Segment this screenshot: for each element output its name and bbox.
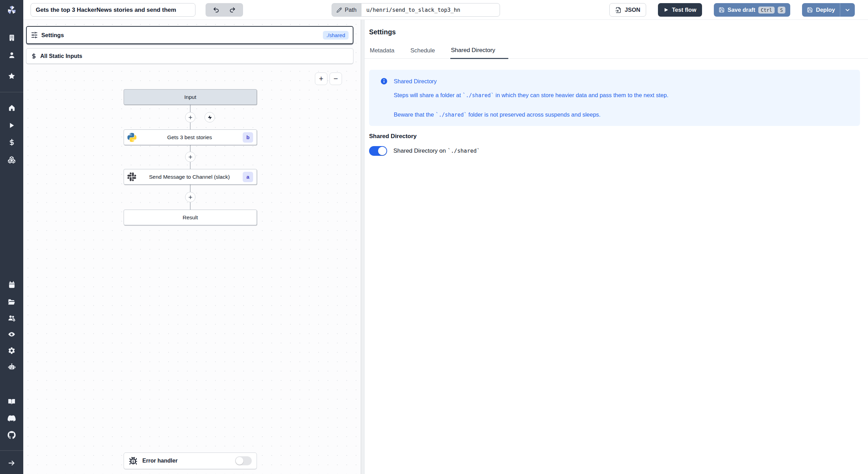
flow-settings-box[interactable]: Settings ./shared xyxy=(26,26,353,44)
save-draft-button[interactable]: Save draft Ctrl S xyxy=(714,3,790,17)
gear-icon[interactable] xyxy=(0,346,23,355)
deploy-label: Deploy xyxy=(816,7,835,13)
add-step-button[interactable] xyxy=(185,192,195,202)
save-draft-label: Save draft xyxy=(728,7,756,13)
deploy-dropdown-button[interactable] xyxy=(840,3,855,17)
tab-schedule[interactable]: Schedule xyxy=(410,47,436,58)
shared-directory-section-title: Shared Directory xyxy=(369,133,417,140)
file-json-icon xyxy=(615,7,621,13)
info-p2-code: `./shared` xyxy=(435,112,467,118)
sliders-icon xyxy=(31,32,38,39)
json-button-label: JSON xyxy=(625,7,640,13)
shared-directory-toggle[interactable] xyxy=(369,146,387,156)
toggle-label-text: Shared Directory on xyxy=(393,147,448,154)
sidebar-divider xyxy=(0,450,23,451)
kbd-s: S xyxy=(778,7,785,14)
shared-directory-toggle-label: Shared Directory on `./shared` xyxy=(393,147,480,154)
undo-icon[interactable] xyxy=(213,7,219,13)
save-icon xyxy=(807,7,813,13)
step-id-badge: b xyxy=(243,132,253,143)
path-input[interactable] xyxy=(361,3,500,17)
flow-node-input[interactable]: Input xyxy=(124,89,257,105)
kbd-ctrl: Ctrl xyxy=(758,7,775,14)
info-icon xyxy=(380,77,388,86)
zoom-in-button[interactable]: + xyxy=(315,73,327,85)
path-label-text: Path xyxy=(345,7,357,13)
github-icon[interactable] xyxy=(0,431,23,439)
shared-directory-badge: ./shared xyxy=(323,31,349,40)
tab-shared-directory[interactable]: Shared Directory xyxy=(450,47,509,59)
plus-icon xyxy=(188,154,193,160)
dollar-icon[interactable] xyxy=(0,138,23,146)
info-p2-text: Beware that the xyxy=(394,111,435,118)
shared-directory-toggle-row: Shared Directory on `./shared` xyxy=(369,146,480,156)
toggle-knob xyxy=(378,147,386,155)
add-step-button[interactable] xyxy=(185,152,195,162)
robot-icon[interactable] xyxy=(0,363,23,371)
user-icon[interactable] xyxy=(0,51,23,59)
chevron-down-icon xyxy=(844,7,851,13)
boxes-icon[interactable] xyxy=(0,155,23,164)
flow-node-step-b-label: Gets 3 best stories xyxy=(136,134,243,141)
discord-icon[interactable] xyxy=(0,414,23,422)
flow-node-step-a[interactable]: Send Message to Channel (slack) a xyxy=(124,169,257,185)
undo-redo-group xyxy=(206,3,243,17)
info-p1-text: in which they can store heavier data and… xyxy=(494,92,668,98)
book-icon[interactable] xyxy=(0,397,23,406)
plus-icon xyxy=(188,195,193,200)
bug-icon xyxy=(129,457,137,465)
folder-open-icon[interactable] xyxy=(0,298,23,306)
home-icon[interactable] xyxy=(0,104,23,112)
topbar: Path JSON Test flow Save draft Ctrl S De… xyxy=(23,0,868,20)
deploy-split-button: Deploy xyxy=(802,3,855,17)
windmill-logo[interactable] xyxy=(0,0,23,20)
settings-panel-title: Settings xyxy=(369,28,396,36)
pencil-icon xyxy=(336,7,342,13)
path-label: Path xyxy=(332,3,361,17)
step-id-badge: a xyxy=(243,172,253,182)
calendar-icon[interactable] xyxy=(0,281,23,289)
star-icon[interactable] xyxy=(0,72,23,80)
error-handler-label: Error handler xyxy=(142,458,177,464)
tab-metadata[interactable]: Metadata xyxy=(369,47,395,58)
settings-panel: Settings Metadata Schedule Shared Direct… xyxy=(365,20,868,474)
users-gear-icon[interactable] xyxy=(0,314,23,322)
flow-node-step-b[interactable]: Gets 3 best stories b xyxy=(124,129,257,145)
play-icon[interactable] xyxy=(0,121,23,129)
info-box-paragraph-1: Steps will share a folder at `./shared` … xyxy=(394,92,668,99)
test-flow-button[interactable]: Test flow xyxy=(658,3,702,17)
play-icon xyxy=(663,7,669,12)
add-step-button[interactable] xyxy=(185,112,195,122)
python-icon xyxy=(127,133,136,142)
error-handler-node[interactable]: Error handler xyxy=(124,452,257,469)
redo-icon[interactable] xyxy=(229,7,236,13)
info-p1-code: `./shared` xyxy=(462,92,494,99)
flow-editor-panel: Settings ./shared All Static Inputs + − … xyxy=(23,20,361,474)
flow-node-result[interactable]: Result xyxy=(124,210,257,225)
add-trigger-button[interactable] xyxy=(205,112,215,122)
building-icon[interactable] xyxy=(0,34,23,42)
dollar-icon xyxy=(31,53,37,59)
windmill-logo-icon xyxy=(6,5,17,16)
toggle-label-code: `./shared` xyxy=(448,148,480,154)
plus-icon xyxy=(188,115,193,120)
settings-tabs: Metadata Schedule Shared Directory xyxy=(365,43,868,59)
all-static-inputs-box[interactable]: All Static Inputs xyxy=(26,48,353,64)
eye-icon[interactable] xyxy=(0,330,23,338)
error-handler-toggle[interactable] xyxy=(235,456,252,465)
flow-settings-label: Settings xyxy=(41,32,64,39)
flow-node-step-a-label: Send Message to Channel (slack) xyxy=(136,174,243,180)
all-static-inputs-label: All Static Inputs xyxy=(40,53,82,59)
path-group: Path xyxy=(332,3,500,17)
toggle-knob xyxy=(236,457,243,465)
deploy-button[interactable]: Deploy xyxy=(802,3,840,17)
sidebar xyxy=(0,0,23,474)
shared-directory-info-box: Shared Directory Steps will share a fold… xyxy=(369,70,860,126)
info-p1-text: Steps will share a folder at xyxy=(394,92,462,98)
flow-node-result-label: Result xyxy=(127,214,253,221)
flow-title-input[interactable] xyxy=(31,3,195,17)
panel-resize-handle[interactable] xyxy=(361,20,365,474)
arrow-right-icon[interactable] xyxy=(0,459,23,467)
json-button[interactable]: JSON xyxy=(609,3,646,17)
zoom-out-button[interactable]: − xyxy=(329,73,342,85)
